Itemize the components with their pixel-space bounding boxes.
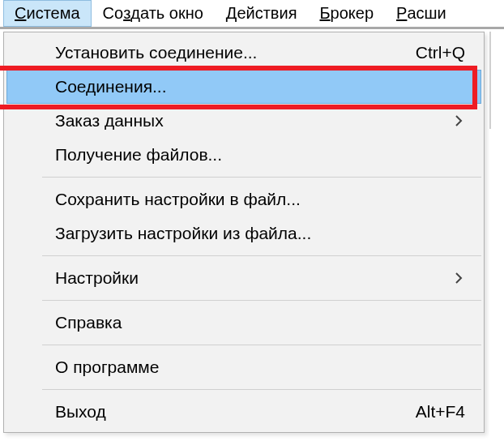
menu-item[interactable]: Соединения... <box>6 70 481 104</box>
menu-item-label: Заказ данных <box>55 111 452 131</box>
menu-create-window-mnemonic: з <box>123 4 130 23</box>
menu-create-window-prefix: Со <box>103 4 124 23</box>
menu-item[interactable]: Справка <box>6 306 481 340</box>
menu-system-mnemonic: С <box>15 4 26 23</box>
menu-actions-rest: ействия <box>237 4 297 23</box>
menubar: Система Создать окно Действия Брокер Рас… <box>0 0 504 29</box>
menu-item-label: Настройки <box>55 268 452 288</box>
menu-item[interactable]: О программе <box>6 350 481 384</box>
menu-item-accelerator: Alt+F4 <box>416 402 465 422</box>
menu-create-window[interactable]: Создать окно <box>92 0 215 27</box>
menu-broker-mnemonic: Б <box>319 4 330 23</box>
menu-create-window-rest: дать окно <box>130 4 203 23</box>
menu-item-label: О программе <box>55 358 465 377</box>
menu-separator <box>42 389 481 390</box>
menu-item[interactable]: Установить соединение...Ctrl+Q <box>6 36 481 70</box>
menu-system[interactable]: Система <box>3 0 92 27</box>
menu-broker-rest: рокер <box>331 4 374 23</box>
chevron-right-icon <box>452 272 465 284</box>
menu-item-label: Загрузить настройки из файла... <box>55 224 465 243</box>
menu-item[interactable]: Получение файлов... <box>6 138 481 172</box>
system-dropdown-menu: Установить соединение...Ctrl+QСоединения… <box>3 32 485 433</box>
menu-extensions-mnemonic: Р <box>396 4 407 23</box>
menu-item[interactable]: Загрузить настройки из файла... <box>6 216 481 250</box>
menu-actions-mnemonic: Д <box>226 4 237 23</box>
menu-extensions-rest: асши <box>407 4 446 23</box>
menu-item-label: Справка <box>55 313 465 332</box>
menu-item-label: Установить соединение... <box>55 43 416 62</box>
menu-broker[interactable]: Брокер <box>308 0 385 27</box>
menu-item[interactable]: ВыходAlt+F4 <box>6 395 481 429</box>
menu-system-rest: истема <box>26 4 79 23</box>
menu-item-label: Получение файлов... <box>55 145 465 165</box>
menu-item-label: Сохранить настройки в файл... <box>55 190 465 209</box>
window-right-edge <box>489 32 504 441</box>
menu-item[interactable]: Заказ данных <box>6 104 481 138</box>
menu-separator <box>42 255 481 256</box>
menu-item-label: Выход <box>55 402 416 422</box>
menu-separator <box>42 345 481 345</box>
menu-item-accelerator: Ctrl+Q <box>416 43 465 62</box>
menu-actions[interactable]: Действия <box>215 0 309 27</box>
menu-item[interactable]: Настройки <box>6 261 481 295</box>
menu-item-label: Соединения... <box>55 77 465 96</box>
menu-separator <box>42 300 481 301</box>
chevron-right-icon <box>452 115 465 126</box>
menu-item[interactable]: Сохранить настройки в файл... <box>6 182 481 216</box>
menu-separator <box>42 177 481 178</box>
menu-extensions[interactable]: Расши <box>385 0 458 27</box>
